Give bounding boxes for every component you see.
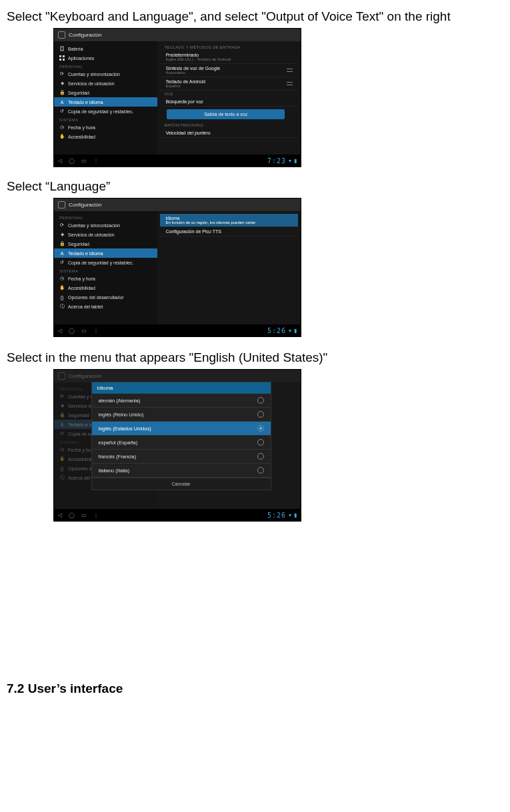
sidebar-item-apps[interactable]: Aplicaciones	[54, 53, 157, 63]
hand-icon: ✋	[59, 134, 65, 139]
menu-icon[interactable]: ⋮	[93, 158, 99, 164]
language-dialog: Idioma alemán (Alemania) inglés (Reino U…	[91, 382, 271, 490]
language-option-english-uk[interactable]: inglés (Reino Unido)	[92, 408, 271, 422]
sync-icon: ⟳	[59, 394, 65, 399]
sidebar-item-label: Teclado e idioma	[68, 251, 103, 256]
radio-icon	[257, 467, 264, 474]
clock-icon: ◷	[59, 125, 65, 130]
window-titlebar: Configuración	[54, 199, 301, 211]
setting-label: Síntesis de voz de Google	[165, 66, 220, 71]
sidebar-item-backup[interactable]: ↺Copia de seguridad y restablec.	[54, 258, 157, 267]
lock-icon: 🔒	[59, 241, 65, 246]
sidebar-item-label: Copia de seguridad y restablec.	[68, 109, 133, 114]
sidebar-item-security[interactable]: 🔒Seguridad	[54, 239, 157, 248]
setting-default-keyboard[interactable]: Predeterminado Inglés (EE.UU.) - Teclado…	[160, 51, 298, 64]
language-option-spanish[interactable]: español (España)	[92, 436, 271, 450]
main-header-keyboard: TECLADO Y MÉTODOS DE ENTRADA	[160, 44, 298, 51]
clock-readout: 5:26	[267, 327, 286, 334]
sidebar-item-accessibility[interactable]: ✋ Accesibilidad	[54, 132, 157, 141]
setting-android-keyboard[interactable]: Teclado de Android Español	[160, 77, 298, 91]
sidebar-item-accounts[interactable]: ⟳Cuentas y sincronización	[54, 220, 157, 230]
dev-icon: {}	[59, 294, 65, 300]
setting-google-voice[interactable]: Síntesis de voz de Google Automático	[160, 64, 298, 77]
setting-pointer-speed[interactable]: Velocidad del puntero	[160, 129, 298, 138]
sidebar-category-system: SISTEMA	[54, 116, 157, 123]
language-option-german[interactable]: alemán (Alemania)	[92, 394, 271, 408]
home-icon[interactable]: ◯	[69, 158, 75, 164]
setting-language[interactable]: Idioma En función de su región, los idio…	[160, 214, 298, 227]
menu-icon[interactable]: ⋮	[93, 512, 99, 518]
screenshot-3: Configuración PERSONAL ⟳Cuentas y sincro…	[53, 369, 301, 522]
sidebar-item-label: Seguridad	[68, 242, 89, 246]
location-icon: ◈	[59, 81, 65, 86]
wifi-icon: ▾	[289, 158, 291, 164]
home-icon[interactable]: ◯	[69, 328, 75, 334]
setting-sublabel: En función de su región, los idiomas pue…	[165, 220, 255, 224]
menu-icon[interactable]: ⋮	[93, 328, 99, 334]
sidebar-item-security[interactable]: 🔒 Seguridad	[54, 88, 157, 97]
sidebar-item-location[interactable]: ◈ Servicios de ubicación	[54, 79, 157, 88]
settings-icon	[58, 201, 65, 208]
keyboard-icon: A	[59, 422, 65, 427]
settings-sidebar: Batería Aplicaciones PERSONAL ⟳ Cuentas …	[54, 41, 157, 155]
hand-icon: ✋	[59, 456, 65, 462]
sidebar-item-about[interactable]: ⓘAcerca del tablet	[54, 302, 157, 311]
language-option-french[interactable]: francés (Francia)	[92, 450, 271, 464]
sidebar-item-language[interactable]: ATeclado e idioma	[54, 248, 157, 258]
setting-voice-search[interactable]: Búsqueda por voz	[160, 97, 298, 107]
sidebar-category-personal: PERSONAL	[54, 214, 157, 220]
battery-icon	[59, 46, 65, 51]
setting-tts-output[interactable]: Salida de texto a voz	[167, 109, 285, 119]
wifi-icon: ▾	[289, 328, 291, 334]
setting-sublabel: Español	[165, 84, 205, 88]
sidebar-item-developer[interactable]: {}Opciones del desarrollador	[54, 292, 157, 302]
setting-label: Salida de texto a voz	[204, 112, 247, 117]
sidebar-item-label: Accesibilidad	[68, 135, 95, 139]
recent-icon[interactable]: ▭	[81, 328, 87, 334]
sidebar-item-backup[interactable]: ↺ Copia de seguridad y restablec.	[54, 107, 157, 116]
sync-icon: ⟳	[59, 71, 65, 77]
sidebar-item-datetime[interactable]: ◷ Fecha y hora	[54, 123, 157, 132]
keyboard-icon: A	[59, 99, 65, 105]
keyboard-icon: A	[59, 250, 65, 256]
sidebar-item-accessibility[interactable]: ✋Accesibilidad	[54, 283, 157, 292]
sidebar-item-location[interactable]: ◈Servicios de ubicación	[54, 230, 157, 239]
svg-rect-4	[63, 59, 65, 61]
back-icon[interactable]: ◁	[58, 512, 62, 518]
dialog-title: Idioma	[92, 382, 271, 394]
sidebar-item-label: Seguridad	[68, 91, 89, 95]
clock-icon: ◷	[59, 447, 65, 452]
setting-label: Predeterminado	[165, 53, 199, 57]
sidebar-item-label: Teclado e idioma	[68, 100, 103, 105]
sidebar-item-accounts[interactable]: ⟳ Cuentas y sincronización	[54, 69, 157, 79]
sliders-icon[interactable]	[287, 67, 293, 73]
clock-readout: 7:23	[267, 157, 286, 165]
backup-icon: ↺	[59, 431, 65, 436]
backup-icon: ↺	[59, 109, 65, 114]
recent-icon[interactable]: ▭	[81, 158, 87, 164]
sidebar-item-datetime[interactable]: ◷Fecha y hora	[54, 274, 157, 283]
setting-pico-tts[interactable]: Configuración de Pico TTS	[160, 227, 298, 236]
back-icon[interactable]: ◁	[58, 158, 62, 164]
apps-icon	[59, 55, 65, 61]
window-titlebar: Configuración	[54, 370, 301, 382]
language-option-english-us[interactable]: inglés (Estados Unidos)	[92, 422, 271, 436]
language-option-italian[interactable]: italiano (Italia)	[92, 464, 271, 478]
dev-icon: {}	[59, 466, 65, 471]
setting-label: Velocidad del puntero	[165, 131, 210, 135]
sidebar-item-language[interactable]: A Teclado e idioma	[54, 97, 157, 107]
clock-icon: ◷	[59, 276, 65, 281]
dialog-cancel-button[interactable]: Cancelar	[92, 478, 271, 490]
radio-icon	[257, 439, 264, 446]
location-icon: ◈	[59, 403, 65, 408]
instruction-3: Select in the menu that appears "English…	[7, 350, 503, 365]
settings-main: TECLADO Y MÉTODOS DE ENTRADA Predetermin…	[157, 41, 301, 155]
location-icon: ◈	[59, 232, 65, 237]
recent-icon[interactable]: ▭	[81, 512, 87, 518]
sidebar-item-battery[interactable]: Batería	[54, 44, 157, 53]
setting-sublabel: Automático	[165, 71, 220, 75]
back-icon[interactable]: ◁	[58, 328, 62, 334]
sliders-icon[interactable]	[287, 81, 293, 87]
home-icon[interactable]: ◯	[69, 512, 75, 518]
hand-icon: ✋	[59, 285, 65, 290]
